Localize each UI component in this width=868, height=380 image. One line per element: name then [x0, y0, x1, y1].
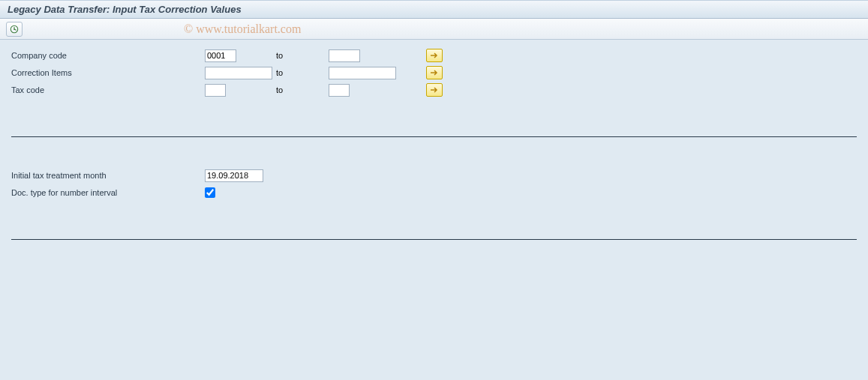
doc-type-label: Doc. type for number interval [11, 188, 205, 197]
arrow-right-icon [430, 52, 439, 59]
initial-month-label: Initial tax treatment month [11, 171, 205, 180]
arrow-right-icon [430, 69, 439, 76]
initial-month-input[interactable] [205, 169, 263, 182]
to-label: to [276, 68, 283, 77]
vertical-spacer [11, 137, 857, 167]
tax-code-multiselect-button[interactable] [426, 83, 443, 97]
vertical-spacer [11, 202, 857, 239]
company-code-label: Company code [11, 51, 205, 60]
arrow-right-icon [430, 86, 439, 94]
row-correction-items: Correction Items to [11, 64, 857, 81]
correction-items-label: Correction Items [11, 68, 205, 77]
company-code-multiselect-button[interactable] [426, 49, 443, 62]
svg-point-3 [14, 28, 15, 30]
to-label: to [276, 51, 283, 60]
vertical-spacer [11, 99, 857, 136]
divider [11, 239, 857, 240]
company-code-to-input[interactable] [329, 49, 360, 62]
tax-code-to-input[interactable] [329, 84, 350, 97]
company-code-from-input[interactable] [205, 49, 236, 62]
title-bar: Legacy Data Transfer: Input Tax Correcti… [0, 0, 868, 19]
correction-items-multiselect-button[interactable] [426, 66, 443, 79]
correction-items-to-input[interactable] [329, 67, 396, 79]
row-initial-month: Initial tax treatment month [11, 167, 857, 184]
toolbar [0, 19, 868, 40]
row-tax-code: Tax code to [11, 82, 857, 98]
row-doc-type: Doc. type for number interval [11, 184, 857, 201]
correction-items-from-input[interactable] [205, 67, 272, 79]
doc-type-checkbox[interactable] [205, 187, 215, 198]
tax-code-label: Tax code [11, 85, 205, 94]
page-title: Legacy Data Transfer: Input Tax Correcti… [8, 4, 242, 15]
row-company-code: Company code to [11, 47, 857, 64]
content-area: Company code to Correction Items to [0, 40, 868, 247]
tax-code-from-input[interactable] [205, 84, 226, 97]
execute-button[interactable] [6, 22, 23, 37]
to-label: to [276, 85, 283, 94]
execute-icon [10, 25, 19, 34]
